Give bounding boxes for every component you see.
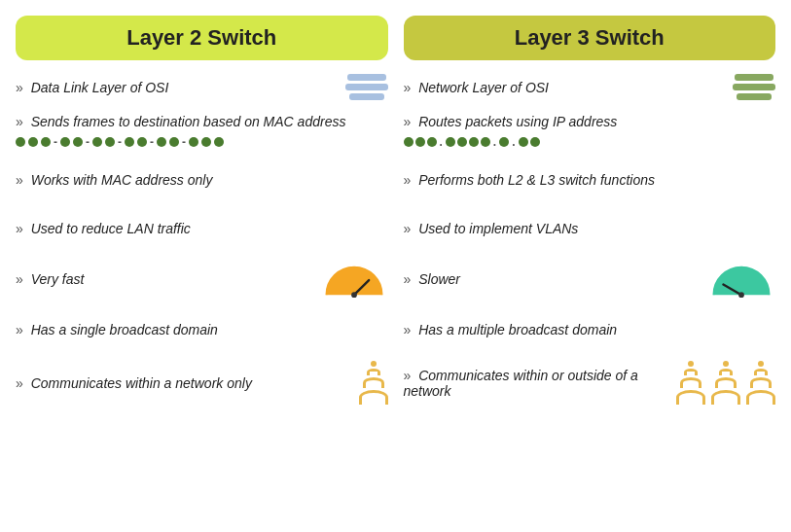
row-text-l3-broadcast: » Has a multiple broadcast domain <box>404 322 776 337</box>
header-l2: Layer 2 Switch <box>16 16 388 60</box>
switch-icon <box>733 74 775 100</box>
mac-address-dots: - - - - - <box>16 135 388 149</box>
row-text-l3-comm: » Communicates within or outside of a ne… <box>404 368 667 399</box>
row-text-l2-lan: » Used to reduce LAN traffic <box>16 221 388 236</box>
header-l3: Layer 3 Switch <box>404 16 776 60</box>
column-l3: Layer 3 Switch» Network Layer of OSI» Ro… <box>404 16 776 405</box>
row-text-l3-packets: » Routes packets using IP address <box>404 114 776 129</box>
row-text-l3-both: » Performs both L2 & L3 switch functions <box>404 172 776 188</box>
wifi-icon <box>711 361 740 405</box>
row-text-l2-osi: » Data Link Layer of OSI <box>16 80 336 95</box>
row-l2-comm: » Communicates within a network only <box>16 361 388 405</box>
row-l3-speed: » Slower <box>404 260 776 299</box>
row-l2-broadcast: » Has a single broadcast domain <box>16 312 388 347</box>
row-l2-lan: » Used to reduce LAN traffic <box>16 211 388 246</box>
row-text-l2-broadcast: » Has a single broadcast domain <box>16 322 388 337</box>
row-text-l2-speed: » Very fast <box>16 271 310 287</box>
row-l2-frames: » Sends frames to destination based on M… <box>16 114 388 149</box>
speedometer-icon <box>707 260 775 299</box>
row-text-l2-frames: » Sends frames to destination based on M… <box>16 114 388 129</box>
row-l3-vlan: » Used to implement VLANs <box>404 211 776 246</box>
wifi-icon <box>746 361 775 405</box>
row-l3-packets: » Routes packets using IP address... <box>404 114 776 149</box>
ip-address-dots: ... <box>404 135 776 149</box>
row-l2-osi: » Data Link Layer of OSI <box>16 74 388 100</box>
comparison-container: Layer 2 Switch» Data Link Layer of OSI» … <box>16 16 775 405</box>
row-text-l3-osi: » Network Layer of OSI <box>404 80 724 95</box>
column-l2: Layer 2 Switch» Data Link Layer of OSI» … <box>16 16 388 405</box>
wifi-icons <box>676 361 775 405</box>
row-text-l3-speed: » Slower <box>404 271 699 287</box>
row-text-l3-vlan: » Used to implement VLANs <box>404 221 776 236</box>
row-l2-speed: » Very fast <box>16 260 388 299</box>
svg-point-3 <box>738 292 744 298</box>
svg-point-1 <box>351 292 357 298</box>
row-l3-comm: » Communicates within or outside of a ne… <box>404 361 776 405</box>
row-l3-osi: » Network Layer of OSI <box>404 74 776 100</box>
row-text-l2-comm: » Communicates within a network only <box>16 375 349 391</box>
wifi-icon <box>359 361 388 405</box>
switch-icon <box>345 74 388 100</box>
row-text-l2-mac: » Works with MAC address only <box>16 172 388 188</box>
wifi-icons <box>359 361 388 405</box>
row-l2-mac: » Works with MAC address only <box>16 162 388 197</box>
speedometer-icon <box>320 260 388 299</box>
row-l3-broadcast: » Has a multiple broadcast domain <box>404 312 776 347</box>
wifi-icon <box>676 361 705 405</box>
row-l3-both: » Performs both L2 & L3 switch functions <box>404 162 776 197</box>
